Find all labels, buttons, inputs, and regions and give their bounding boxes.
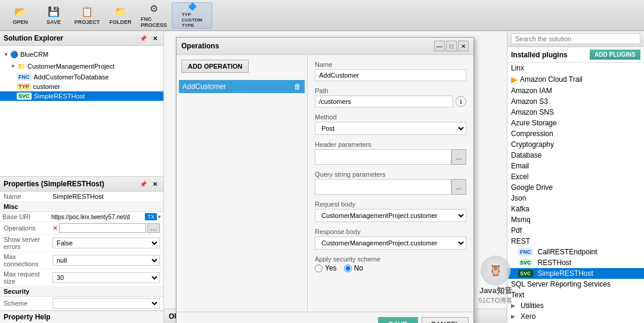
max-req-select[interactable]: 30 — [52, 272, 160, 283]
tree-item-simplerest[interactable]: SVC SimpleRESTHost — [0, 91, 163, 101]
center-area: Operations — □ ✕ ADD OPERATION AddCustom… — [164, 31, 507, 323]
security-section-label: Security — [0, 287, 163, 297]
properties-table: Name SimpleRESTHost Misc Base URI https:… — [0, 192, 163, 310]
plugin-msmq[interactable]: Msmq — [507, 214, 644, 225]
plugin-rest-label: REST — [511, 237, 530, 245]
path-input[interactable] — [315, 96, 453, 107]
header-params-area[interactable] — [315, 149, 451, 165]
pin-icon[interactable]: 📌 — [138, 33, 148, 43]
tree-item-custmgmt[interactable]: ▼ 📁 CustomerManagementProject — [0, 60, 163, 72]
plugin-xero-label: Xero — [521, 312, 535, 321]
plugin-resthost-label: RESTHost — [538, 259, 572, 267]
op-delete-icon[interactable]: 🗑 — [294, 82, 301, 91]
scheme-select[interactable] — [52, 298, 160, 309]
tree-item-bluecrm[interactable]: ▼ 🔵 BlueCRM — [0, 48, 163, 60]
uri-tx-button[interactable]: TX — [145, 213, 157, 220]
plugin-xero[interactable]: ▶ Xero — [507, 311, 644, 322]
plugin-kafka[interactable]: Kafka — [507, 204, 644, 214]
prop-pin-icon[interactable]: 📌 — [138, 179, 148, 189]
dialog-controls: — □ ✕ — [434, 41, 469, 51]
prop-label-name: Name — [0, 192, 49, 202]
operation-item-addcustomer[interactable]: AddCustomer 🗑 — [179, 80, 305, 93]
response-body-select[interactable]: CustomerManagementProject.customerNone — [315, 236, 466, 250]
dialog-close-button[interactable]: ✕ — [458, 41, 469, 51]
plugin-resthost[interactable]: SVC RESTHost — [507, 257, 644, 268]
plugin-rest[interactable]: REST — [507, 236, 644, 247]
operation-list: AddCustomer 🗑 — [177, 78, 307, 312]
plugin-cryptography[interactable]: Cryptography — [507, 139, 644, 150]
addcustomer-label: AddCustomerToDatabase — [34, 73, 109, 81]
svc-tag: SVC — [17, 93, 32, 100]
plugin-excel[interactable]: Excel — [507, 171, 644, 182]
method-select[interactable]: PostGetPutDeletePatch — [315, 122, 466, 135]
max-conn-select[interactable]: null — [52, 255, 160, 266]
folder-button[interactable]: 📁 FOLDER — [105, 2, 136, 29]
toolbar: 📂 OPEN 💾 SAVE 📋 PROJECT 📁 FOLDER ⚙ FNCPR… — [0, 0, 644, 31]
plugin-json[interactable]: Json — [507, 193, 644, 204]
expand-arrow: ▼ — [2, 51, 10, 58]
ops-ellipsis-button[interactable]: … — [147, 223, 160, 233]
query-params-btn[interactable]: … — [451, 179, 466, 195]
field-group-name: Name — [315, 61, 466, 81]
uri-dropdown-icon[interactable]: ▾ — [158, 214, 161, 220]
plugin-callrest[interactable]: FNC CallRESTEndpoint — [507, 247, 644, 257]
dialog-save-button[interactable]: SAVE — [378, 317, 419, 323]
dialog-minimize-button[interactable]: — — [434, 41, 445, 51]
header-params-btn[interactable]: … — [451, 149, 466, 165]
plugin-ssrs[interactable]: SQL Server Reporting Services — [507, 279, 644, 290]
plugin-amazon-cloudtrail[interactable]: ▶ Amazon Cloud Trail — [507, 73, 644, 85]
prop-close-icon[interactable]: ✕ — [150, 179, 160, 189]
plugin-google-drive[interactable]: Google Drive — [507, 182, 644, 193]
process-button[interactable]: ⚙ FNCPROCESS — [138, 2, 169, 29]
right-panel-header — [507, 31, 644, 47]
request-body-select[interactable]: CustomerManagementProject.customerNone — [315, 209, 466, 222]
close-panel-icon[interactable]: ✕ — [150, 33, 160, 43]
plugin-text[interactable]: Text — [507, 290, 644, 300]
add-operation-button[interactable]: ADD OPERATION — [181, 60, 249, 73]
save-icon: 💾 — [48, 6, 60, 18]
plugin-pdf[interactable]: Pdf — [507, 225, 644, 236]
prop-label-base-uri: Base URI — [0, 212, 49, 222]
plugin-amazon-sns[interactable]: Amazon SNS — [507, 107, 644, 118]
plugin-utilities[interactable]: ▶ Utilities — [507, 300, 644, 311]
tree-item-customer[interactable]: TYP customer — [0, 82, 163, 91]
plugin-pdf-label: Pdf — [511, 226, 522, 235]
plugin-linx[interactable]: Linx — [507, 63, 644, 73]
show-errors-select[interactable]: FalseTrue — [52, 238, 160, 248]
customer-label: customer — [33, 83, 60, 90]
query-params-area[interactable] — [315, 179, 451, 195]
project-button[interactable]: 📋 PROJECT — [72, 2, 103, 29]
solution-tree: ▼ 🔵 BlueCRM ▼ 📁 CustomerManagementProjec… — [0, 46, 163, 176]
plugin-amazon-iam[interactable]: Amazon IAM — [507, 85, 644, 96]
watermark-logo: 🦉 — [481, 256, 510, 285]
radio-no[interactable] — [344, 264, 352, 272]
plugin-compression[interactable]: Compression — [507, 128, 644, 139]
solution-search-input[interactable] — [511, 33, 640, 44]
plugin-email[interactable]: Email — [507, 161, 644, 171]
right-panel: Installed plugins ADD PLUGINS Linx ▶ Ama… — [507, 31, 644, 323]
radio-yes-label[interactable]: Yes — [315, 264, 337, 272]
open-button[interactable]: 📂 OPEN — [5, 2, 36, 29]
dialog-right-pane: Name Path ℹ Method — [308, 55, 473, 312]
dialog-cancel-button[interactable]: CANCEL — [422, 317, 469, 323]
radio-no-label[interactable]: No — [344, 264, 363, 272]
folder-label: FOLDER — [110, 19, 132, 25]
save-button[interactable]: 💾 SAVE — [38, 2, 69, 29]
dialog-maximize-button[interactable]: □ — [446, 41, 457, 51]
field-label-method: Method — [315, 113, 466, 121]
radio-yes[interactable] — [315, 264, 323, 272]
add-plugins-button[interactable]: ADD PLUGINS — [590, 50, 640, 60]
tree-item-addcustomer[interactable]: FNC AddCustomerToDatabase — [0, 72, 163, 82]
project-label: PROJECT — [75, 19, 100, 25]
plugin-amazon-s3[interactable]: Amazon S3 — [507, 96, 644, 107]
path-info-icon[interactable]: ℹ — [456, 96, 466, 107]
custom-type-button[interactable]: 🔷 TYPCustOMTYPE — [172, 2, 212, 29]
plugin-database[interactable]: Database — [507, 150, 644, 161]
plugin-simpleresthost[interactable]: SVC SimpleRESTHost — [507, 268, 644, 279]
plugin-azure-storage[interactable]: Azure Storage — [507, 118, 644, 128]
prop-section-security: Security — [0, 287, 163, 297]
operation-name-input[interactable] — [315, 69, 466, 81]
dialog-content: ADD OPERATION AddCustomer 🗑 Name — [177, 55, 473, 312]
ops-input-field[interactable] — [59, 223, 146, 233]
dialog-left-pane: ADD OPERATION AddCustomer 🗑 — [177, 55, 308, 312]
